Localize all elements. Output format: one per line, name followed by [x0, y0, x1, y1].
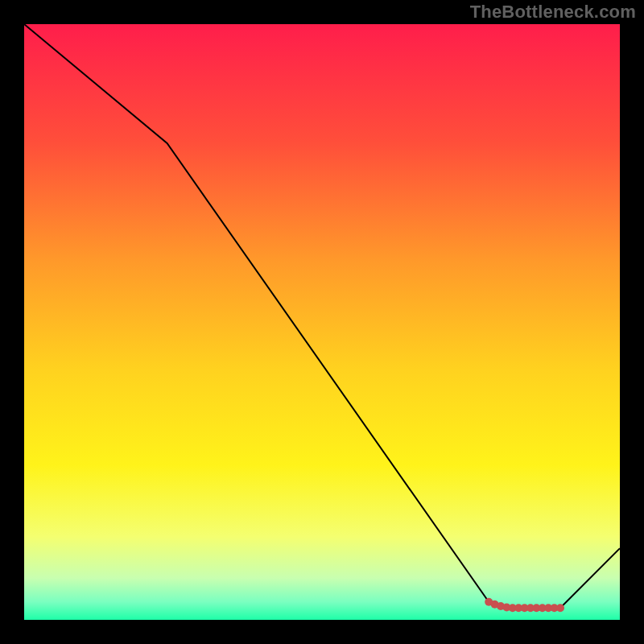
gradient-background [24, 24, 620, 620]
plot-area [24, 24, 620, 620]
chart-svg [24, 24, 620, 620]
marker-dot [556, 604, 564, 612]
watermark-text: TheBottleneck.com [470, 2, 636, 23]
chart-frame: TheBottleneck.com [0, 0, 644, 644]
